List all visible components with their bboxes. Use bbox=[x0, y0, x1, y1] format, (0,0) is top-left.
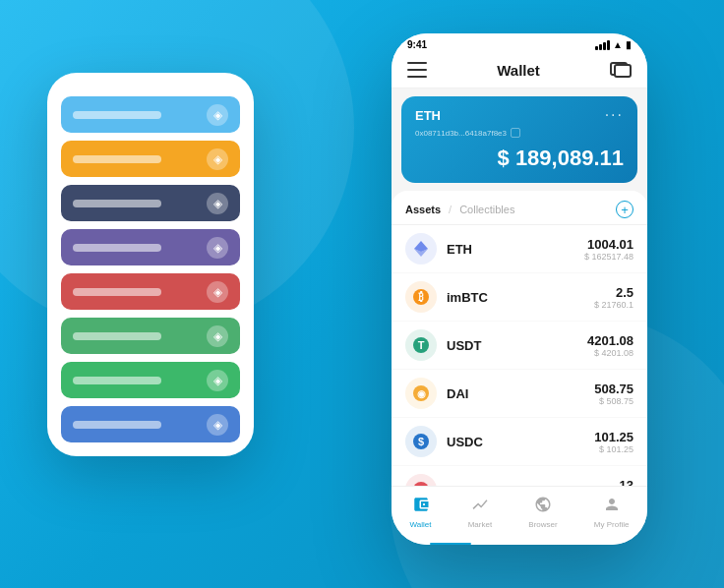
asset-row[interactable]: $ USDC 101.25 $ 101.25 bbox=[392, 418, 647, 466]
tab-icon-my profile bbox=[603, 496, 621, 518]
eth-card-address: 0x08711d3b...6418a7f8e3 bbox=[415, 128, 624, 138]
status-icons: ▲ ▮ bbox=[595, 39, 632, 50]
wallet-item-label bbox=[73, 421, 161, 429]
wallet-item-label bbox=[73, 332, 161, 340]
svg-text:◉: ◉ bbox=[417, 388, 426, 399]
svg-text:$: $ bbox=[418, 436, 424, 447]
wallet-list-item[interactable]: ◈ bbox=[61, 362, 240, 398]
eth-card: ETH ··· 0x08711d3b...6418a7f8e3 $ 189,08… bbox=[401, 96, 637, 183]
tab-wallet[interactable]: Wallet bbox=[410, 496, 432, 529]
active-tab-indicator bbox=[430, 543, 471, 545]
asset-usd: $ 162517.48 bbox=[584, 252, 634, 262]
tab-label-my profile: My Profile bbox=[594, 520, 630, 529]
wallet-list-item[interactable]: ◈ bbox=[61, 185, 240, 221]
asset-row[interactable]: ₿ imBTC 2.5 $ 21760.1 bbox=[392, 273, 647, 322]
menu-icon[interactable] bbox=[407, 60, 427, 80]
tab-label-market: Market bbox=[468, 520, 492, 529]
wallet-list-item[interactable]: ◈ bbox=[61, 96, 240, 133]
status-time: 9:41 bbox=[407, 39, 427, 50]
asset-amounts-usdt: 4201.08 $ 4201.08 bbox=[587, 333, 634, 358]
asset-icon-imbtc: ₿ bbox=[405, 281, 437, 313]
asset-name-imbtc: imBTC bbox=[447, 290, 594, 305]
wallet-item-label bbox=[73, 377, 161, 384]
wallet-item-icon: ◈ bbox=[207, 193, 228, 214]
status-bar: 9:41 ▲ ▮ bbox=[392, 33, 647, 54]
signal-icon bbox=[595, 40, 610, 50]
switch-icon[interactable] bbox=[610, 62, 632, 78]
wallet-item-icon: ◈ bbox=[207, 148, 228, 170]
asset-name-usdt: USDT bbox=[447, 338, 587, 353]
wallet-list-item[interactable]: ◈ bbox=[61, 273, 240, 310]
wallet-item-icon: ◈ bbox=[207, 237, 228, 259]
asset-row[interactable]: T USDT 4201.08 $ 4201.08 bbox=[392, 322, 647, 370]
asset-row[interactable]: ◉ DAI 508.75 $ 508.75 bbox=[392, 370, 647, 418]
asset-amount: 1004.01 bbox=[584, 237, 634, 252]
eth-card-header: ETH ··· bbox=[415, 106, 624, 124]
wallet-list-item[interactable]: ◈ bbox=[61, 318, 240, 354]
eth-card-menu[interactable]: ··· bbox=[605, 106, 624, 124]
tab-assets[interactable]: Assets bbox=[405, 204, 441, 215]
asset-amount: 101.25 bbox=[594, 430, 634, 444]
asset-usd: $ 508.75 bbox=[594, 396, 634, 406]
asset-name-eth: ETH bbox=[447, 242, 584, 257]
asset-amounts-usdc: 101.25 $ 101.25 bbox=[594, 430, 634, 454]
tab-collectibles[interactable]: Collectibles bbox=[459, 204, 514, 215]
tab-label-wallet: Wallet bbox=[410, 520, 432, 529]
tab-icon-market bbox=[471, 496, 489, 518]
asset-usd: $ 21760.1 bbox=[594, 300, 634, 310]
asset-usd: $ 101.25 bbox=[594, 444, 634, 454]
copy-address-icon[interactable] bbox=[511, 128, 520, 138]
nav-bar: Wallet bbox=[392, 54, 647, 88]
scene: ◈ ◈ ◈ ◈ ◈ ◈ ◈ ◈ 9:41 bbox=[18, 14, 706, 574]
svg-text:₿: ₿ bbox=[418, 291, 424, 303]
wallet-list-item[interactable]: ◈ bbox=[61, 141, 240, 177]
assets-tabs: Assets / Collectibles bbox=[405, 204, 514, 215]
wallet-item-label bbox=[73, 244, 161, 252]
wallet-item-icon: ◈ bbox=[207, 104, 228, 126]
tab-icon-wallet bbox=[412, 496, 430, 518]
wallet-item-label bbox=[73, 111, 161, 119]
wifi-icon: ▲ bbox=[613, 39, 623, 50]
asset-icon-eth bbox=[405, 233, 437, 265]
asset-amounts-dai: 508.75 $ 508.75 bbox=[594, 382, 634, 406]
wallet-item-icon: ◈ bbox=[207, 414, 228, 436]
tab-market[interactable]: Market bbox=[468, 496, 492, 529]
add-asset-button[interactable]: + bbox=[616, 201, 634, 218]
asset-amount: 2.5 bbox=[594, 285, 634, 300]
eth-card-balance: $ 189,089.11 bbox=[415, 146, 624, 171]
tab-icon-browser bbox=[534, 496, 552, 518]
phone-back: ◈ ◈ ◈ ◈ ◈ ◈ ◈ ◈ bbox=[47, 73, 254, 456]
phone-front: 9:41 ▲ ▮ Wallet ETH bbox=[392, 33, 647, 545]
asset-amount: 508.75 bbox=[594, 382, 634, 396]
tab-label-browser: Browser bbox=[528, 520, 557, 529]
wallet-item-label bbox=[73, 155, 161, 163]
wallet-item-label bbox=[73, 200, 161, 207]
asset-usd: $ 4201.08 bbox=[587, 348, 634, 358]
wallet-list-item[interactable]: ◈ bbox=[61, 229, 240, 265]
battery-icon: ▮ bbox=[626, 39, 632, 50]
wallet-item-icon: ◈ bbox=[207, 325, 228, 347]
asset-amounts-imbtc: 2.5 $ 21760.1 bbox=[594, 285, 634, 310]
assets-header: Assets / Collectibles + bbox=[392, 191, 647, 225]
wallet-list-item[interactable]: ◈ bbox=[61, 406, 240, 442]
asset-row[interactable]: ETH 1004.01 $ 162517.48 bbox=[392, 225, 647, 273]
tab-browser[interactable]: Browser bbox=[528, 496, 557, 529]
asset-icon-usdt: T bbox=[405, 329, 437, 361]
svg-text:T: T bbox=[418, 339, 425, 351]
wallet-item-icon: ◈ bbox=[207, 281, 228, 303]
nav-title: Wallet bbox=[497, 62, 540, 79]
asset-amount: 4201.08 bbox=[587, 333, 634, 348]
asset-amounts-eth: 1004.01 $ 162517.48 bbox=[584, 237, 634, 262]
tab-bar: WalletMarketBrowserMy Profile bbox=[392, 486, 647, 545]
eth-card-name: ETH bbox=[415, 108, 441, 123]
asset-name-dai: DAI bbox=[447, 386, 594, 401]
wallet-item-icon: ◈ bbox=[207, 370, 228, 391]
wallet-item-label bbox=[73, 288, 161, 296]
asset-icon-dai: ◉ bbox=[405, 378, 437, 409]
asset-list: ETH 1004.01 $ 162517.48 ₿ imBTC 2.5 $ 21… bbox=[392, 225, 647, 514]
tab-separator: / bbox=[449, 204, 452, 215]
tab-my-profile[interactable]: My Profile bbox=[594, 496, 630, 529]
asset-icon-usdc: $ bbox=[405, 426, 437, 457]
asset-name-usdc: USDC bbox=[447, 435, 594, 449]
